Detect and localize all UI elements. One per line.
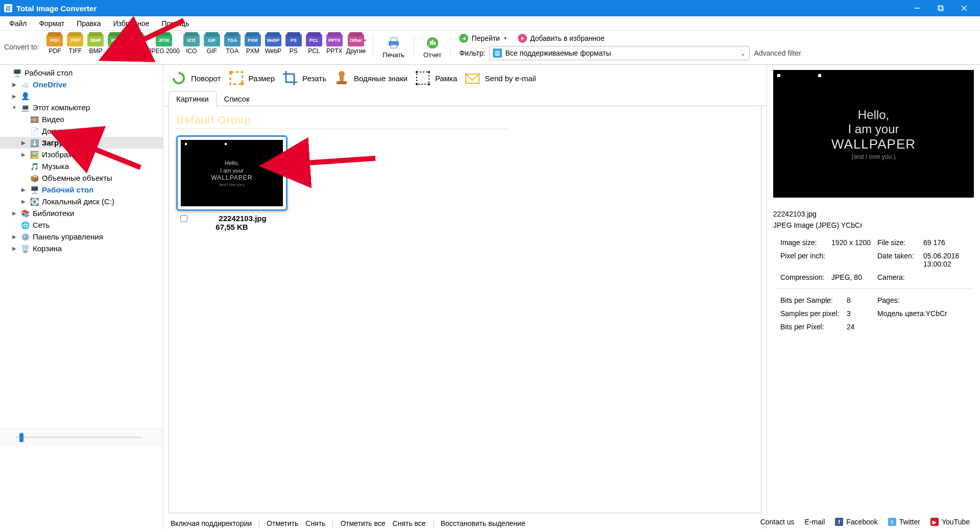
close-button[interactable] (952, 0, 976, 16)
format-ico-button[interactable]: ICOICO (182, 34, 201, 60)
folder-icon: 📦 (30, 174, 39, 182)
expand-arrow-icon[interactable]: ▶ (20, 152, 27, 157)
svg-rect-14 (229, 71, 232, 74)
filter-select[interactable]: 🖼 Все поддерживаемые форматы ⌄ (489, 46, 750, 60)
tree-item-label: Сеть (33, 221, 50, 229)
email-link[interactable]: E-mail (805, 518, 825, 526)
format-pptx-button[interactable]: PPTXPPTX (325, 34, 344, 60)
expand-arrow-icon[interactable]: ▼ (11, 105, 17, 110)
main-area: 🖥️Рабочий стол▶☁️OneDrive▶👤▼💻Этот компью… (0, 65, 980, 529)
rotate-button[interactable]: Поворот (171, 70, 221, 86)
tree-item[interactable]: ▶⚙️Панель управления (0, 231, 163, 243)
tree-item[interactable]: ▶🖥️Рабочий стол (0, 184, 163, 196)
menu-file[interactable]: Файл (3, 17, 33, 30)
youtube-link[interactable]: ▶YouTube (930, 518, 970, 526)
include-subdirs-link[interactable]: Включая поддиректории (171, 519, 252, 527)
crop-button[interactable]: Резать (282, 70, 326, 86)
uncheck-link[interactable]: Снять (305, 519, 325, 527)
progress-bar[interactable] (0, 428, 163, 446)
folder-icon: 🎵 (30, 162, 39, 171)
tree-item[interactable]: ▶🗑️Корзина (0, 243, 163, 254)
format-tga-button[interactable]: TGATGA (223, 34, 242, 60)
menu-help[interactable]: Помощь (155, 17, 195, 30)
tab-list[interactable]: Список (217, 91, 257, 106)
twitter-link[interactable]: tTwitter (888, 518, 920, 526)
print-button[interactable]: Печать (379, 36, 408, 59)
advanced-filter-link[interactable]: Advanced filter (754, 49, 801, 57)
file-icon: TGA (224, 34, 241, 46)
svg-rect-6 (391, 38, 397, 41)
go-button[interactable]: ➜ Перейти▼ (459, 34, 507, 43)
restore-selection-link[interactable]: Восстановить выделение (441, 519, 525, 527)
youtube-icon: ▶ (930, 518, 939, 526)
convert-to-label: Convert to: (4, 43, 39, 51)
tree-item[interactable]: ▼💻Этот компьютер (0, 102, 163, 113)
format-jpeg-button[interactable]: JPEGJPEG (127, 34, 146, 60)
thumbnail-checkbox[interactable] (180, 215, 187, 222)
minimize-button[interactable] (905, 0, 929, 16)
report-button[interactable]: Отчет (420, 36, 445, 59)
facebook-link[interactable]: fFacebook (835, 518, 877, 526)
menu-edit[interactable]: Правка (70, 17, 107, 30)
window-title: Total Image Converter (16, 4, 97, 13)
tree-item[interactable]: 🎞️Видео (0, 113, 163, 125)
expand-arrow-icon[interactable]: ▶ (11, 210, 17, 216)
expand-arrow-icon[interactable]: ▶ (20, 187, 27, 193)
tree-item-label: Библиотеки (33, 209, 74, 218)
format-pcl-button[interactable]: PCLPCL (304, 34, 324, 60)
uncheck-all-link[interactable]: Снять все (393, 519, 426, 527)
format-ps-button[interactable]: PSPS (284, 34, 303, 60)
menu-favorites[interactable]: Избранное (107, 17, 155, 30)
tree-item-label: Музыка (42, 162, 69, 171)
format-другие-button[interactable]: OtherДругие▼ (345, 34, 367, 60)
email-button[interactable]: Send by e-mail (464, 70, 536, 86)
format-tiff-button[interactable]: TIFFTIFF (65, 34, 85, 60)
check-all-link[interactable]: Отметить все (340, 519, 385, 527)
expand-arrow-icon[interactable]: ▶ (20, 140, 27, 146)
tab-pictures[interactable]: Картинки (169, 91, 217, 106)
format-png-button[interactable]: PNGPNG (106, 34, 126, 60)
tree-item[interactable]: ▶🖼️Изображения (0, 149, 163, 160)
tree-item[interactable]: 📄Документы (0, 125, 163, 137)
svg-rect-22 (416, 83, 418, 85)
svg-rect-19 (417, 72, 429, 84)
format-gif-button[interactable]: GIFGIF (202, 34, 222, 60)
expand-arrow-icon[interactable]: ▶ (11, 246, 17, 251)
tree-item-label: Изображения (42, 150, 90, 159)
expand-arrow-icon[interactable]: ▶ (11, 234, 17, 239)
tree-item[interactable]: ▶💽Локальный диск (C:) (0, 196, 163, 207)
resize-button[interactable]: Размер (228, 70, 275, 86)
tree-item[interactable]: 🌐Сеть (0, 219, 163, 231)
filter-label: Фильтр: (459, 49, 485, 57)
format-webp-button[interactable]: WebPWebP (264, 34, 283, 60)
maximize-button[interactable] (929, 0, 952, 16)
arrow-right-icon: ➜ (459, 34, 468, 43)
add-favorite-button[interactable]: ♥ Добавить в избранное (518, 34, 605, 43)
watermark-button[interactable]: Водяные знаки (333, 70, 408, 86)
tree-item[interactable]: ▶👤 (0, 90, 163, 102)
format-jpeg2000-button[interactable]: JP2KJPEG 2000 (147, 34, 180, 60)
check-link[interactable]: Отметить (267, 519, 298, 527)
tree-item[interactable]: 🎵Музыка (0, 160, 163, 172)
file-icon: WebP (265, 34, 281, 46)
envelope-icon (464, 70, 481, 86)
file-icon: GIF (204, 34, 220, 46)
contact-link[interactable]: Contact us (760, 518, 795, 526)
expand-arrow-icon[interactable]: ▶ (20, 199, 27, 204)
expand-arrow-icon[interactable]: ▶ (11, 82, 17, 87)
format-pdf-button[interactable]: PDFPDF (45, 34, 64, 60)
tree-item[interactable]: ▶☁️OneDrive (0, 79, 163, 90)
folder-icon: 🖼️ (30, 151, 39, 159)
format-pxm-button[interactable]: PXMPXM (243, 34, 262, 60)
twitter-icon: t (888, 518, 896, 526)
thumbnail-card[interactable]: Hello, I am your WALLPAPER (and I love y… (176, 135, 288, 231)
tree-item[interactable]: ▶⬇️Загрузки (0, 137, 163, 149)
frame-button[interactable]: Рамка (415, 70, 457, 86)
menu-format[interactable]: Формат (33, 17, 70, 30)
view-tabs: Картинки Список (163, 90, 767, 106)
expand-arrow-icon[interactable]: ▶ (11, 93, 17, 99)
format-bmp-button[interactable]: BMPBMP (86, 34, 105, 60)
tree-item[interactable]: 🖥️Рабочий стол (0, 67, 163, 79)
tree-item[interactable]: 📦Объемные объекты (0, 172, 163, 184)
tree-item[interactable]: ▶📚Библиотеки (0, 207, 163, 219)
